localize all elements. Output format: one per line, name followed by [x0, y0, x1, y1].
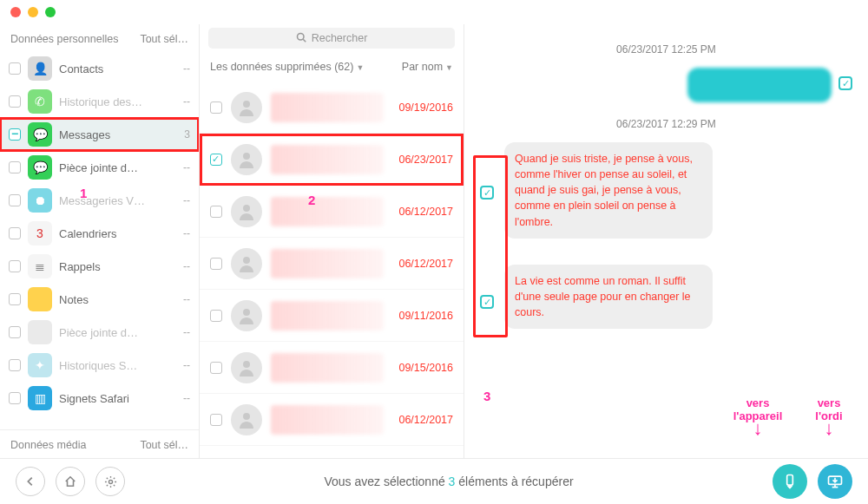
checkbox[interactable] [210, 414, 222, 426]
sidebar-item-label: Historique des… [59, 95, 171, 108]
timestamp: 06/23/2017 12:29 PM [480, 118, 852, 130]
search-input[interactable]: Rechercher [208, 28, 455, 49]
close-dot-icon[interactable] [10, 7, 21, 17]
checkbox[interactable] [9, 392, 21, 404]
sidebar-item-label: Messages [59, 128, 171, 141]
annotation-to-device: vers l'appareil↓ [723, 397, 792, 438]
category-icon: 👤 [28, 56, 52, 81]
sidebar-item-calendriers[interactable]: 3Calendriers-- [0, 217, 199, 250]
sidebar-item-historiques-s-[interactable]: ✦Historiques S…-- [0, 349, 199, 382]
sidebar-item-count: -- [178, 326, 190, 338]
message-list-item[interactable]: 06/23/2017 [200, 134, 464, 186]
checkbox[interactable] [9, 227, 21, 239]
sort-dropdown[interactable]: Par nom▼ [402, 61, 453, 73]
message-checkbox[interactable]: ✓ [838, 76, 852, 90]
recover-to-computer-button[interactable] [818, 464, 852, 499]
search-wrap: Rechercher [200, 24, 464, 49]
minimize-dot-icon[interactable] [28, 7, 38, 17]
checkbox[interactable] [210, 154, 222, 166]
sidebar-item-messageries-v-[interactable]: ⏺Messageries V…-- [0, 184, 199, 217]
sidebar-item-label: Notes [59, 293, 171, 306]
sidebar-header-label: Données personnelles [10, 33, 118, 45]
sidebar-item-pi-ce-jointe-d-[interactable]: 💬Pièce jointe d…-- [0, 151, 199, 184]
message-list-panel: Rechercher Les données supprimées (62)▼ … [200, 24, 464, 458]
message-date: 06/12/2017 [392, 206, 453, 218]
message-list-item[interactable]: 09/11/2016 [200, 290, 464, 342]
checkbox[interactable] [9, 326, 21, 338]
checkbox[interactable] [210, 206, 222, 218]
arrow-down-icon: ↓ [753, 417, 763, 439]
redacted-preview [271, 93, 384, 122]
sidebar-item-label: Pièce jointe d… [59, 161, 171, 174]
redacted-preview [271, 145, 384, 174]
home-button[interactable] [56, 467, 85, 496]
message-list: 09/19/201606/23/201706/12/201706/12/2017… [200, 82, 464, 458]
select-all-media-link[interactable]: Tout sél… [140, 439, 188, 451]
annotation-to-computer: vers l'ordi↓ [803, 397, 855, 438]
filter-dropdown[interactable]: Les données supprimées (62)▼ [210, 61, 364, 73]
svg-point-2 [243, 101, 250, 108]
checkbox[interactable] [9, 293, 21, 305]
sidebar-item-rappels[interactable]: ≣Rappels-- [0, 250, 199, 283]
message-list-item[interactable]: 06/12/2017 [200, 186, 464, 238]
message-list-item[interactable]: 09/19/2016 [200, 82, 464, 134]
category-icon: 💬 [28, 122, 52, 147]
checkbox[interactable] [9, 161, 21, 173]
message-date: 09/19/2016 [392, 101, 453, 114]
checkbox[interactable] [9, 260, 21, 272]
sidebar-item-count: -- [178, 62, 190, 75]
incoming-bubble[interactable]: La vie est comme un roman. Il suffit d'u… [504, 265, 713, 329]
redacted-preview [271, 301, 384, 331]
checkbox[interactable] [9, 194, 21, 206]
settings-button[interactable] [95, 467, 125, 496]
svg-rect-10 [787, 475, 793, 486]
zoom-dot-icon[interactable] [45, 7, 56, 17]
sidebar-item-historique-des-[interactable]: ✆Historique des…-- [0, 85, 199, 118]
category-icon: ✆ [28, 89, 52, 114]
media-header-label: Données média [10, 439, 87, 451]
outgoing-bubble[interactable]: ████████████████ [687, 68, 832, 102]
message-date: 09/15/2016 [392, 362, 453, 374]
message-date: 06/12/2017 [392, 258, 453, 270]
sidebar-item-count: -- [178, 260, 190, 272]
back-button[interactable] [16, 467, 45, 496]
checkbox[interactable] [9, 359, 21, 371]
checkbox[interactable] [210, 101, 222, 114]
annotation-number-1: 1 [80, 186, 87, 200]
incoming-bubble[interactable]: Quand je suis triste, je pense à vous, c… [504, 142, 713, 239]
message-date: 06/12/2017 [392, 414, 453, 426]
sidebar-item-contacts[interactable]: 👤Contacts-- [0, 52, 199, 85]
checkbox[interactable] [210, 362, 222, 374]
sidebar-item-count: -- [178, 359, 190, 371]
sidebar-item-pi-ce-jointe-d-[interactable]: Pièce jointe d…-- [0, 316, 199, 349]
sidebar-item-label: Historiques S… [59, 359, 171, 372]
sidebar-item-label: Messageries V… [59, 194, 171, 207]
checkbox[interactable] [210, 258, 222, 270]
message-list-item[interactable]: 06/12/2017 [200, 394, 464, 446]
sidebar-item-label: Calendriers [59, 227, 171, 240]
category-icon: 3 [28, 221, 52, 245]
checkbox[interactable] [9, 95, 21, 108]
sidebar-item-count: -- [178, 293, 190, 305]
message-date: 06/23/2017 [392, 154, 453, 166]
filter-row: Les données supprimées (62)▼ Par nom▼ [200, 49, 464, 82]
sidebar-header: Données personnelles Tout sél… [0, 24, 199, 52]
avatar-icon [231, 92, 262, 123]
checkbox[interactable] [210, 310, 222, 322]
sidebar: Données personnelles Tout sél… 👤Contacts… [0, 24, 200, 458]
svg-point-8 [243, 413, 250, 420]
message-list-item[interactable]: 06/12/2017 [200, 238, 464, 290]
sidebar-item-label: Signets Safari [59, 392, 171, 405]
message-list-item[interactable]: 09/15/2016 [200, 342, 464, 394]
sidebar-item-signets-safari[interactable]: ▥Signets Safari-- [0, 382, 199, 415]
select-all-link[interactable]: Tout sél… [140, 33, 188, 45]
recover-to-device-button[interactable] [773, 464, 807, 499]
sidebar-item-notes[interactable]: Notes-- [0, 283, 199, 316]
avatar-icon [231, 352, 262, 383]
category-icon: ⏺ [28, 188, 52, 213]
message-date: 09/11/2016 [392, 310, 453, 322]
redacted-preview [271, 353, 384, 383]
sidebar-item-messages[interactable]: 💬Messages3 [0, 118, 199, 151]
checkbox[interactable] [9, 128, 21, 141]
checkbox[interactable] [9, 62, 21, 75]
